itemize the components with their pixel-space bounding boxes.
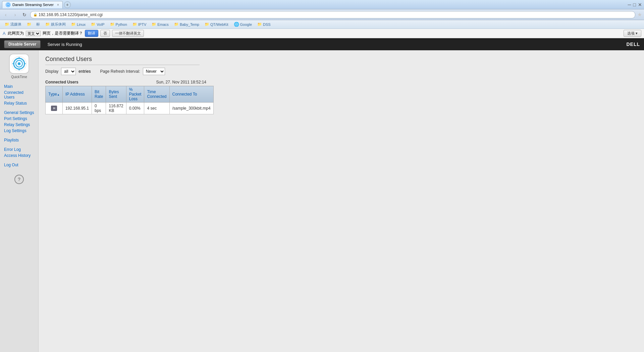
- server-status: Server is Running: [47, 42, 82, 47]
- table-section-title: Connected Users: [45, 80, 78, 84]
- sidebar-logo-label: QuickTime: [11, 75, 27, 79]
- sidebar-item-connected-users[interactable]: Connected Users: [3, 90, 36, 100]
- refresh-label: Page Refresh Interval:: [100, 69, 140, 74]
- quicktime-logo-icon: [11, 56, 27, 72]
- folder-icon: 📁: [5, 22, 9, 26]
- tab-favicon: [6, 2, 10, 7]
- bookmark-qtwebkit[interactable]: 📁QT/WebKit: [203, 21, 230, 27]
- bookmark-python[interactable]: 📁Python: [108, 21, 129, 27]
- disable-server-button[interactable]: Disable Server: [4, 40, 41, 48]
- bookmarks-bar: 📁流媒体 📁 标 📁娱乐休闲 📁Linux 📁VoIP 📁Python 📁IPT…: [0, 20, 644, 29]
- bookmark-mark[interactable]: 📁 标: [25, 21, 42, 27]
- forward-button[interactable]: ›: [11, 11, 19, 18]
- translate-options-button[interactable]: 选项 ▾: [624, 30, 641, 37]
- translate-lang-select[interactable]: 英文: [26, 31, 41, 36]
- entries-label: entries: [78, 69, 91, 74]
- sidebar-logout-section: Log Out: [3, 162, 36, 168]
- close-btn[interactable]: ✕: [638, 2, 642, 7]
- sidebar-item-error-log[interactable]: Error Log: [3, 146, 36, 153]
- cell-type: H: [46, 103, 63, 114]
- sidebar-item-access-history[interactable]: Access History: [3, 153, 36, 159]
- folder-icon: 📁: [45, 22, 50, 26]
- sidebar-playlists-section: Playlists: [3, 137, 36, 143]
- cell-ip: 192.168.95.1: [62, 103, 92, 114]
- browser-title-bar: Darwin Streaming Server × + ─ □ ✕: [0, 0, 644, 9]
- app-container: Disable Server Server is Running DELL: [0, 38, 644, 352]
- col-time-connected[interactable]: Time Connected: [144, 86, 169, 103]
- col-ip[interactable]: IP Address: [62, 86, 92, 103]
- folder-icon: 📁: [132, 22, 137, 26]
- brand-label: DELL: [626, 42, 640, 47]
- folder-icon: 📁: [91, 22, 96, 26]
- svg-point-6: [18, 62, 20, 65]
- page-title: Connected Users: [45, 56, 200, 65]
- sidebar-logo: [9, 54, 29, 74]
- translate-bar: A 此网页为 英文 网页，是否需要翻译？ 翻译 否 一律不翻译英文 选项 ▾: [0, 29, 644, 38]
- bookmark-streaming[interactable]: 📁流媒体: [3, 21, 23, 27]
- bookmark-iptv[interactable]: 📁IPTV: [130, 21, 148, 27]
- col-packet-loss[interactable]: % Packet Loss: [126, 86, 144, 103]
- help-button[interactable]: ?: [14, 175, 24, 184]
- svg-point-1: [7, 4, 9, 5]
- folder-icon: 📁: [110, 22, 115, 26]
- col-bitrate[interactable]: Bit Rate: [92, 86, 106, 103]
- display-label: Display: [45, 69, 58, 74]
- sidebar-item-relay-status[interactable]: Relay Status: [3, 100, 36, 106]
- type-icon: H: [51, 106, 57, 111]
- cell-bitrate: 0 bps: [92, 103, 106, 114]
- maximize-btn[interactable]: □: [633, 2, 636, 7]
- refresh-select[interactable]: Never 5 sec 10 sec 30 sec 1 min: [143, 68, 165, 75]
- cell-bytes: 116.872 KB: [106, 103, 126, 114]
- folder-icon: 📁: [27, 22, 32, 26]
- main-layout: QuickTime Main Connected Users Relay Sta…: [0, 50, 644, 352]
- bookmark-star-btn[interactable]: ★: [637, 11, 642, 18]
- translate-prompt: 网页，是否需要翻译？: [43, 31, 83, 36]
- sidebar-settings-section: General Settings Port Settings Relay Set…: [3, 110, 36, 134]
- display-select[interactable]: all 10 25 50: [61, 68, 76, 75]
- browser-nav-bar: ‹ › ↻ 🔒 192.168.95.134:1220/parse_xml.cg…: [0, 9, 644, 20]
- cell-time-connected: 4 sec: [144, 103, 169, 114]
- controls-row: Display all 10 25 50 entries Page Refres…: [45, 68, 637, 75]
- minimize-btn[interactable]: ─: [628, 2, 631, 7]
- sidebar-item-log-out[interactable]: Log Out: [3, 162, 36, 168]
- reload-button[interactable]: ↻: [21, 11, 28, 18]
- sidebar-nav: Main Connected Users Relay Status Genera…: [3, 83, 36, 168]
- address-bar[interactable]: 🔒 192.168.95.134:1220/parse_xml.cgi: [30, 11, 635, 18]
- sidebar-item-playlists[interactable]: Playlists: [3, 137, 36, 143]
- sidebar-item-port-settings[interactable]: Port Settings: [3, 116, 36, 122]
- bookmark-linux[interactable]: 📁Linux: [69, 21, 88, 27]
- google-icon: 🌐: [234, 22, 239, 27]
- tab-title: Darwin Streaming Server: [12, 3, 54, 7]
- folder-icon: 📁: [257, 22, 262, 26]
- bookmark-entertainment[interactable]: 📁娱乐休闲: [43, 21, 68, 27]
- bookmark-dss[interactable]: 📁DSS: [255, 21, 273, 27]
- table-header-row-el: Type▲ IP Address Bit Rate Bytes Sent % P…: [46, 86, 214, 103]
- table-timestamp: Sun, 27. Nov 2011 18:52:14: [156, 80, 206, 84]
- sidebar-item-general-settings[interactable]: General Settings: [3, 110, 36, 116]
- bookmark-emacs[interactable]: 📁Emacs: [150, 21, 171, 27]
- cell-packet-loss: 0.00%: [126, 103, 144, 114]
- sidebar-item-relay-settings[interactable]: Relay Settings: [3, 122, 36, 128]
- sidebar: QuickTime Main Connected Users Relay Sta…: [0, 50, 39, 352]
- translate-button[interactable]: 翻译: [85, 30, 98, 37]
- col-bytes[interactable]: Bytes Sent: [106, 86, 126, 103]
- never-translate-button[interactable]: 一律不翻译英文: [112, 30, 144, 37]
- no-translate-button[interactable]: 否: [100, 30, 110, 37]
- new-tab-button[interactable]: +: [64, 1, 71, 8]
- bookmark-babytemp[interactable]: 📁Baby_Temp: [172, 21, 201, 27]
- browser-tab[interactable]: Darwin Streaming Server ×: [2, 1, 63, 8]
- sidebar-item-main[interactable]: Main: [3, 83, 36, 90]
- table-row: H 192.168.95.1 0 bps 116.872 KB 0.00% 4 …: [46, 103, 214, 114]
- col-connected-to[interactable]: Connected To: [169, 86, 213, 103]
- sidebar-logs-section: Error Log Access History: [3, 146, 36, 159]
- col-type[interactable]: Type▲: [46, 86, 63, 103]
- bookmark-voip[interactable]: 📁VoIP: [89, 21, 106, 27]
- back-button[interactable]: ‹: [2, 11, 9, 18]
- content-area: Connected Users Display all 10 25 50 ent…: [39, 50, 644, 352]
- top-bar: Disable Server Server is Running DELL: [0, 38, 644, 50]
- tab-close-btn[interactable]: ×: [57, 3, 59, 7]
- folder-icon: 📁: [152, 22, 156, 26]
- bookmark-google[interactable]: 🌐Google: [232, 21, 254, 27]
- sidebar-item-log-settings[interactable]: Log Settings: [3, 128, 36, 134]
- users-table: Type▲ IP Address Bit Rate Bytes Sent % P…: [45, 86, 214, 114]
